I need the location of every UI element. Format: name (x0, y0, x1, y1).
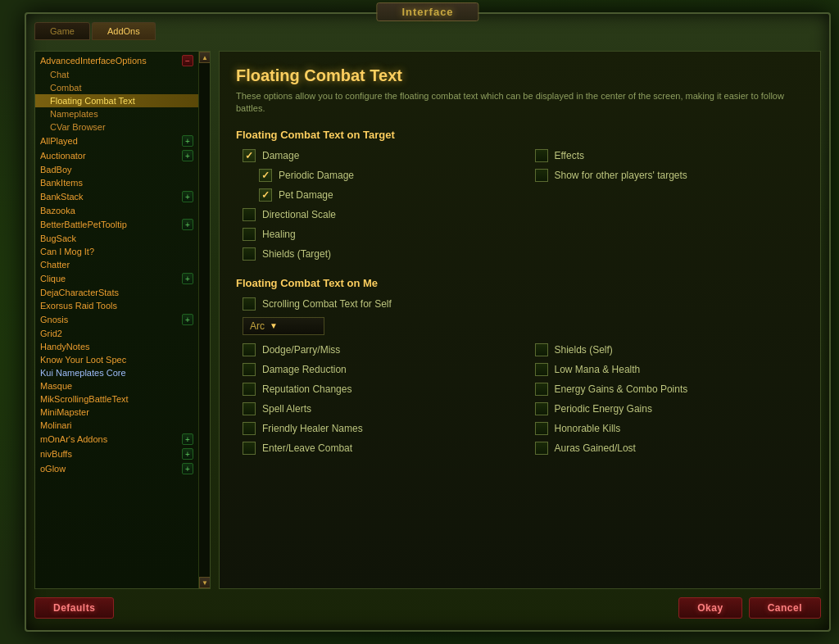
expand-btn-auctionator[interactable]: + (182, 150, 193, 161)
checkbox-label-effects: Effects (555, 150, 584, 161)
checkbox-energy-gains-combo-points[interactable] (535, 383, 548, 396)
checkbox-auras-gained-lost[interactable] (535, 442, 548, 455)
me-options-right: Shields (Self)Low Mana & HealthEnergy Ga… (528, 343, 805, 461)
sidebar-item-label: BankItems (40, 178, 193, 188)
sidebar-item-kui-nameplates-core[interactable]: Kui Nameplates Core (35, 366, 198, 379)
sidebar-item-masque[interactable]: Masque (35, 379, 198, 392)
tab-game[interactable]: Game (34, 22, 90, 40)
sidebar-item-can-i-mog-it[interactable]: Can I Mog It? (35, 245, 198, 258)
expand-btn-allplayed[interactable]: + (182, 135, 193, 147)
target-option-row-shields-target: Shields (Target) (243, 247, 512, 261)
me-left-option-row-dodge-parry-miss: Dodge/Parry/Miss (243, 343, 512, 356)
expand-btn-nivbuffs[interactable]: + (182, 448, 193, 460)
expand-btn-clique[interactable]: + (182, 273, 193, 284)
checkbox-periodic-damage[interactable] (259, 169, 272, 182)
checkbox-label-spell-alerts: Spell Alerts (262, 403, 311, 415)
sidebar-item-bugsack[interactable]: BugSack (35, 232, 198, 245)
sidebar-item-chatter[interactable]: Chatter (35, 258, 198, 271)
content-description: These options allow you to configure the… (236, 90, 804, 116)
sidebar-item-label: Clique (40, 274, 182, 283)
expand-btn-bankstack[interactable]: + (182, 191, 193, 202)
sidebar-item-betterbattlepettooltip[interactable]: BetterBattlePetTooltip+ (35, 217, 198, 232)
scrolling-combat-checkbox[interactable] (243, 297, 256, 311)
checkbox-friendly-healer-names[interactable] (243, 422, 256, 435)
scroll-up-button[interactable]: ▲ (199, 52, 211, 63)
sidebar-item-label: AllPlayed (40, 136, 182, 146)
sidebar-item-minimapster[interactable]: MiniMapster (35, 406, 198, 419)
arc-dropdown[interactable]: Arc ▼ (243, 317, 324, 335)
target-options-right: EffectsShow for other players' targets (528, 149, 805, 267)
sidebar-item-monars-addons[interactable]: mOnAr's Addons+ (35, 432, 198, 447)
me-right-option-row-shields-self: Shields (Self) (535, 343, 805, 356)
checkbox-label-periodic-energy-gains: Periodic Energy Gains (555, 403, 652, 415)
arc-dropdown-value: Arc (250, 320, 265, 332)
checkbox-shields-self[interactable] (535, 343, 548, 356)
expand-btn-advanced-interface[interactable]: − (182, 55, 193, 66)
sidebar-item-cvar-browser[interactable]: CVar Browser (35, 120, 198, 134)
target-option-row-periodic-damage: Periodic Damage (259, 169, 512, 182)
defaults-button[interactable]: Defaults (34, 597, 114, 619)
tab-addons[interactable]: AddOns (92, 22, 156, 40)
sidebar-item-handynotes[interactable]: HandyNotes (35, 340, 198, 353)
sidebar-item-bankstack[interactable]: BankStack+ (35, 189, 198, 204)
checkbox-damage[interactable] (243, 149, 256, 162)
content-area: Floating Combat Text These options allow… (219, 51, 821, 589)
scroll-down-button[interactable]: ▼ (199, 577, 211, 588)
sidebar-item-know-your-loot-spec[interactable]: Know Your Loot Spec (35, 353, 198, 366)
checkbox-label-enter-leave-combat: Enter/Leave Combat (262, 442, 352, 454)
checkbox-dodge-parry-miss[interactable] (243, 343, 256, 356)
sidebar-scrollbar[interactable]: ▲ ▼ (198, 52, 210, 588)
arc-dropdown-row: Arc ▼ (243, 317, 804, 335)
checkbox-show-for-other-players-targets[interactable] (535, 169, 548, 182)
okay-button[interactable]: Okay (678, 597, 741, 619)
sidebar-item-allplayed[interactable]: AllPlayed+ (35, 134, 198, 148)
sidebar-item-label: MiniMapster (40, 407, 193, 417)
checkbox-periodic-energy-gains[interactable] (535, 402, 548, 415)
sidebar-item-chat[interactable]: Chat (35, 68, 198, 81)
sidebar-item-advanced-interface[interactable]: AdvancedInterfaceOptions− (35, 53, 198, 68)
sidebar-item-oglow[interactable]: oGlow+ (35, 461, 198, 476)
sidebar-item-auctionator[interactable]: Auctionator+ (35, 148, 198, 163)
sidebar-item-combat[interactable]: Combat (35, 81, 198, 94)
expand-btn-monars-addons[interactable]: + (182, 433, 193, 445)
me-options-left: Dodge/Parry/MissDamage ReductionReputati… (236, 343, 512, 461)
me-left-option-row-damage-reduction: Damage Reduction (243, 363, 512, 376)
target-options-left: DamagePeriodic DamagePet DamageDirection… (236, 149, 512, 267)
sidebar-item-nivbuffs[interactable]: nivBuffs+ (35, 447, 198, 461)
checkbox-label-shields-self: Shields (Self) (555, 344, 613, 356)
sidebar-item-bankitems[interactable]: BankItems (35, 176, 198, 189)
checkbox-honorable-kills[interactable] (535, 422, 548, 435)
expand-btn-oglow[interactable]: + (182, 463, 193, 474)
checkbox-damage-reduction[interactable] (243, 363, 256, 376)
cancel-button[interactable]: Cancel (749, 597, 821, 619)
sidebar-item-gnosis[interactable]: Gnosis+ (35, 312, 198, 327)
sidebar-item-nameplates[interactable]: Nameplates (35, 107, 198, 120)
checkbox-effects[interactable] (535, 149, 548, 162)
sidebar-item-grid2[interactable]: Grid2 (35, 327, 198, 340)
expand-btn-gnosis[interactable]: + (182, 314, 193, 325)
window-title: Interface (376, 2, 478, 21)
sidebar-item-exorsus-raid-tools[interactable]: Exorsus Raid Tools (35, 299, 198, 312)
sidebar-item-deja-character-stats[interactable]: DejaCharacterStats (35, 286, 198, 299)
expand-btn-betterbattlepettooltip[interactable]: + (182, 219, 193, 230)
checkbox-label-honorable-kills: Honorable Kills (555, 423, 621, 434)
me-right-option-row-auras-gained-lost: Auras Gained/Lost (535, 442, 805, 455)
sidebar-item-floating-combat-text[interactable]: Floating Combat Text (35, 94, 198, 107)
sidebar-item-clique[interactable]: Clique+ (35, 271, 198, 286)
checkbox-shields-target[interactable] (243, 247, 256, 261)
checkbox-pet-damage[interactable] (259, 188, 272, 202)
sidebar-item-bazooka[interactable]: Bazooka (35, 204, 198, 217)
sidebar-item-badboy[interactable]: BadBoy (35, 163, 198, 176)
me-right-option-row-periodic-energy-gains: Periodic Energy Gains (535, 402, 805, 415)
target-right-option-row-show-for-other-players-targets: Show for other players' targets (535, 169, 805, 182)
sidebar-item-mik-scrolling-battle-text[interactable]: MikScrollingBattleText (35, 392, 198, 406)
checkbox-healing[interactable] (243, 228, 256, 241)
checkbox-spell-alerts[interactable] (243, 402, 256, 415)
sidebar-item-label: Masque (40, 381, 193, 391)
checkbox-enter-leave-combat[interactable] (243, 442, 256, 455)
checkbox-reputation-changes[interactable] (243, 383, 256, 396)
checkbox-low-mana-health[interactable] (535, 363, 548, 376)
checkbox-directional-scale[interactable] (243, 208, 256, 221)
checkbox-label-periodic-damage: Periodic Damage (279, 170, 354, 181)
sidebar-item-molinari[interactable]: Molinari (35, 419, 198, 432)
